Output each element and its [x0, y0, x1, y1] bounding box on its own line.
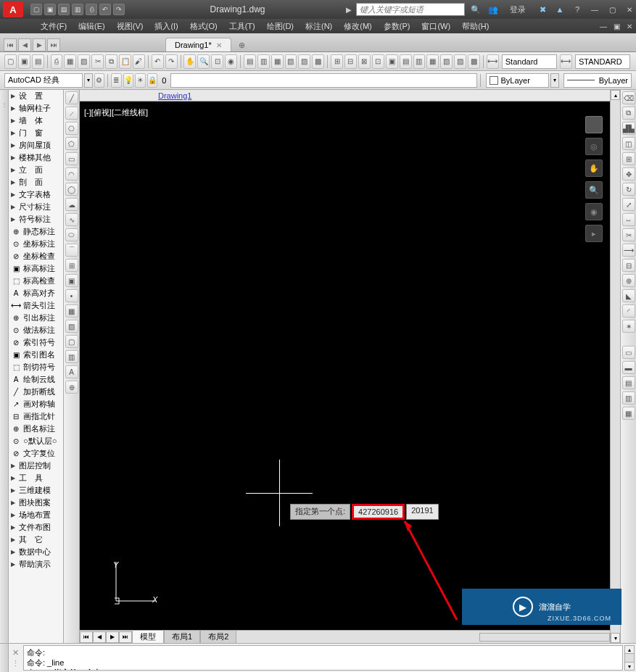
redo-icon[interactable]: ↷	[165, 54, 178, 69]
print-icon[interactable]: ⎙	[51, 54, 63, 69]
help-icon[interactable]: ?	[571, 3, 584, 16]
login-link[interactable]: 登录	[504, 4, 532, 15]
panel-item[interactable]: ⊕静态标注	[9, 225, 63, 238]
sun-icon[interactable]: ☀	[135, 73, 146, 88]
panel-item[interactable]: ⊙坐标标注	[9, 238, 63, 250]
menu-file[interactable]: 文件(F)	[35, 21, 73, 32]
m5-icon[interactable]: ▦	[622, 407, 635, 420]
qat-saveas-icon[interactable]: ▥	[72, 4, 83, 15]
panel-item[interactable]: ╱加折断线	[9, 386, 63, 398]
qat-save-icon[interactable]: ▤	[58, 4, 70, 15]
linetype-dropdown[interactable]: ByLayer	[563, 73, 632, 88]
layerprop-icon[interactable]: ≣	[111, 73, 122, 88]
layout-tab-2[interactable]: 布局2	[200, 630, 236, 644]
panel-item[interactable]: ▶房间屋顶	[9, 139, 63, 152]
palette-handle[interactable]: ⋮	[0, 90, 9, 643]
workspace-dropdown[interactable]: AutoCAD 经典	[4, 73, 83, 88]
markup-icon[interactable]: ▨	[298, 54, 310, 69]
move-icon[interactable]: ✥	[622, 167, 635, 181]
erase-icon[interactable]: ⌫	[622, 91, 635, 104]
mtext-icon[interactable]: A	[65, 365, 78, 378]
panel-item[interactable]: ⟷箭头引注	[9, 299, 63, 312]
m2-icon[interactable]: ▬	[622, 361, 635, 374]
menu-view[interactable]: 视图(V)	[111, 21, 149, 32]
doc-restore-button[interactable]: ▣	[610, 20, 623, 32]
ellipse-icon[interactable]: ⬭	[65, 228, 78, 241]
panel-item[interactable]: ▶轴网柱子	[9, 102, 63, 115]
matchprop-icon[interactable]: 🖌	[133, 54, 145, 69]
hatch-icon[interactable]: ▦	[65, 304, 78, 318]
pan-icon[interactable]: ✋	[183, 54, 196, 69]
pan2-icon[interactable]: ✋	[585, 159, 603, 177]
showmotion-icon[interactable]: ▸	[585, 225, 603, 242]
addsel-icon[interactable]: ⊕	[65, 381, 78, 394]
tb-j-icon[interactable]: ▨	[454, 54, 466, 69]
panel-item[interactable]: ▶文字表格	[9, 188, 63, 201]
menu-param[interactable]: 参数(P)	[378, 21, 416, 32]
bulb-icon[interactable]: 💡	[123, 73, 134, 88]
scale-icon[interactable]: ⤢	[622, 198, 635, 211]
panel-item[interactable]: ▶三维建模	[9, 484, 63, 497]
open-icon[interactable]: ▣	[18, 54, 30, 69]
search-input[interactable]	[356, 3, 465, 16]
panel-item[interactable]: ▶符号标注	[9, 213, 63, 225]
m3-icon[interactable]: ▤	[622, 376, 635, 389]
panel-item[interactable]: A标高对齐	[9, 287, 63, 299]
panel-item[interactable]: ▶墙 体	[9, 115, 63, 127]
preview-icon[interactable]: ▦	[64, 54, 76, 69]
tb-c-icon[interactable]: ⊠	[358, 54, 371, 69]
m4-icon[interactable]: ▥	[622, 391, 635, 405]
cmd-grip[interactable]: ✕ ⋮	[9, 644, 22, 672]
tb-b-icon[interactable]: ⊟	[344, 54, 357, 69]
menu-tools[interactable]: 工具(T)	[223, 21, 261, 32]
panel-item[interactable]: ▶立 面	[9, 164, 63, 176]
tb-k-icon[interactable]: ▩	[468, 54, 480, 69]
qat-print-icon[interactable]: ⎙	[86, 4, 97, 15]
tb-i-icon[interactable]: ▧	[440, 54, 453, 69]
panel-item[interactable]: ▶图块图案	[9, 497, 63, 509]
circle-icon[interactable]: ◯	[65, 183, 78, 196]
layer-dropdown[interactable]	[170, 73, 476, 88]
zoomwin-icon[interactable]: ⊡	[211, 54, 223, 69]
tb-g-icon[interactable]: ▥	[413, 54, 426, 69]
dim-icon[interactable]: ⟷	[487, 54, 499, 69]
revcloud-icon[interactable]: ☁	[65, 198, 78, 211]
doc-minimize-button[interactable]: —	[597, 20, 610, 32]
chamfer-icon[interactable]: ◣	[622, 289, 635, 302]
extend-icon[interactable]: ⟶	[622, 244, 635, 257]
panel-item[interactable]: ▶楼梯其他	[9, 152, 63, 164]
panel-item[interactable]: ▣标高标注	[9, 262, 63, 275]
command-text[interactable]: 命令: 命令: _line ╱ LINE 指定第一个点:	[23, 645, 623, 671]
tab-close-icon[interactable]: ✕	[216, 41, 222, 49]
copy-icon[interactable]: ⧉	[105, 54, 117, 69]
copy2-icon[interactable]: ⧉	[622, 107, 635, 120]
handle-grip-icon[interactable]: ⋮	[0, 90, 8, 119]
panel-item[interactable]: ⊙做法标注	[9, 324, 63, 336]
user-icon[interactable]: 👥	[487, 3, 500, 16]
panel-item[interactable]: ⊘索引符号	[9, 336, 63, 349]
lock-icon[interactable]: 🔒	[147, 73, 158, 88]
vscroll-down-icon[interactable]: ▾	[611, 633, 620, 643]
qat-redo-icon[interactable]: ↷	[113, 4, 125, 15]
cmd-scrollbar[interactable]: ▴▾	[624, 645, 635, 671]
dyn-y-input[interactable]: 20191	[406, 504, 439, 520]
tb-a-icon[interactable]: ⊞	[331, 54, 343, 69]
menu-draw[interactable]: 绘图(D)	[261, 21, 300, 32]
viewcube[interactable]	[585, 116, 603, 133]
point-icon[interactable]: •	[65, 289, 78, 302]
tb-d-icon[interactable]: ⊡	[372, 54, 384, 69]
ellipsearc-icon[interactable]: ⌒	[65, 244, 78, 257]
spline-icon[interactable]: ∿	[65, 213, 78, 226]
panel-item[interactable]: ▶帮助演示	[9, 558, 63, 571]
arc-icon[interactable]: ◠	[65, 167, 78, 181]
panel-item[interactable]: ⊘文字复位	[9, 447, 63, 460]
join-icon[interactable]: ⊕	[622, 274, 635, 287]
layout-tab-1[interactable]: 布局1	[164, 630, 200, 644]
qat-undo-icon[interactable]: ↶	[99, 4, 111, 15]
panel-item[interactable]: ▶数据中心	[9, 546, 63, 558]
viewport-label[interactable]: [-][俯视][二维线框]	[84, 107, 148, 118]
panel-item[interactable]: ⊕图名标注	[9, 423, 63, 435]
app-logo[interactable]: A	[3, 1, 23, 17]
cmd-close-icon[interactable]: ✕	[10, 647, 20, 658]
doc-close-button[interactable]: ✕	[623, 20, 636, 32]
